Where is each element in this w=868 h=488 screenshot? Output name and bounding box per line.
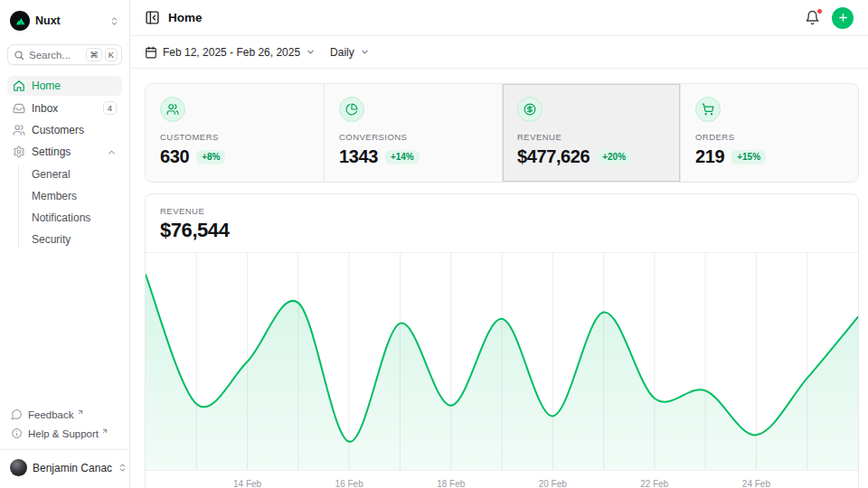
plus-icon <box>837 12 849 23</box>
stat-label: CUSTOMERS <box>160 132 309 142</box>
period-label: Daily <box>330 46 354 59</box>
stat-card-revenue[interactable]: REVENUE $477,626 +20% <box>502 84 680 182</box>
sidebar-item-security[interactable]: Security <box>7 229 122 250</box>
stat-card-orders[interactable]: ORDERS 219 +15% <box>680 84 858 182</box>
subnav-tree-line <box>18 166 19 248</box>
external-link-icon <box>101 427 108 435</box>
users-icon <box>160 97 185 122</box>
x-axis-tick-label: 18 Feb <box>437 479 465 488</box>
user-menu[interactable]: Benjamin Canac <box>7 456 122 479</box>
chart-x-axis: 14 Feb16 Feb18 Feb20 Feb22 Feb24 Feb <box>146 470 858 488</box>
filter-bar: Feb 12, 2025 - Feb 26, 2025 Daily <box>130 36 868 69</box>
sidebar-item-settings[interactable]: Settings <box>7 142 122 162</box>
calendar-icon <box>145 46 157 59</box>
stat-value: 219 <box>695 146 724 167</box>
stat-delta-badge: +8% <box>196 150 225 164</box>
users-icon <box>13 124 25 136</box>
stat-card-conversions[interactable]: CONVERSIONS 1343 +14% <box>324 84 502 182</box>
chart-pie-icon <box>339 97 364 122</box>
inbox-icon <box>13 102 25 115</box>
circle-dollar-icon <box>517 97 542 122</box>
date-range-label: Feb 12, 2025 - Feb 26, 2025 <box>163 46 300 59</box>
add-button[interactable] <box>832 7 854 29</box>
x-axis-tick-label: 14 Feb <box>233 479 261 488</box>
search-placeholder: Search... <box>29 50 81 61</box>
feedback-link[interactable]: Feedback <box>7 405 122 424</box>
main-area: Home Feb 12, 2 <box>130 0 868 488</box>
info-circle-icon <box>11 427 23 439</box>
sidebar-item-customers[interactable]: Customers <box>7 120 122 140</box>
sidebar-nav: Home Inbox 4 Customers Settings <box>7 76 122 250</box>
x-axis-tick-label: 22 Feb <box>640 479 668 488</box>
period-select[interactable]: Daily <box>330 46 370 59</box>
stat-value: 1343 <box>339 146 378 167</box>
sidebar-item-notifications[interactable]: Notifications <box>7 207 122 229</box>
x-axis-tick-label: 16 Feb <box>335 479 363 488</box>
sidebar: Nuxt Search... ⌘ K Home <box>0 0 130 488</box>
stat-card-customers[interactable]: CUSTOMERS 630 +8% <box>146 84 324 182</box>
sidebar-item-members[interactable]: Members <box>7 185 122 207</box>
help-support-label: Help & Support <box>28 428 99 439</box>
stat-delta-badge: +20% <box>597 150 631 164</box>
workspace-switcher[interactable]: Nuxt <box>7 9 122 33</box>
gear-icon <box>13 145 25 158</box>
page-title: Home <box>168 11 203 24</box>
stat-label: CONVERSIONS <box>339 132 487 142</box>
shopping-cart-icon <box>695 97 721 122</box>
chevrons-up-down-icon <box>109 16 119 26</box>
notification-dot <box>816 8 823 14</box>
sidebar-divider <box>0 449 129 450</box>
sidebar-collapse-button[interactable] <box>145 10 160 25</box>
sidebar-item-label: Customers <box>32 124 117 136</box>
stat-delta-badge: +14% <box>385 150 420 164</box>
workspace-name: Nuxt <box>35 14 104 27</box>
chevron-up-icon <box>107 147 117 157</box>
chart-plot-area[interactable] <box>146 252 858 470</box>
notifications-button[interactable] <box>805 10 820 25</box>
topbar-actions <box>805 7 854 29</box>
chat-bubble-icon <box>11 408 23 420</box>
help-support-link[interactable]: Help & Support <box>7 424 122 443</box>
kbd-cmd: ⌘ <box>86 48 102 61</box>
content: CUSTOMERS 630 +8% CONVERSIONS 1343 +14% <box>130 69 868 488</box>
stat-label: ORDERS <box>695 132 844 142</box>
search-input[interactable]: Search... ⌘ K <box>7 44 122 65</box>
avatar <box>10 459 27 476</box>
sidebar-spacer <box>7 250 122 405</box>
dashboard-app: Nuxt Search... ⌘ K Home <box>0 0 868 488</box>
chart-metric-label: REVENUE <box>160 206 844 216</box>
sidebar-item-label: Inbox <box>32 102 97 115</box>
topbar: Home <box>130 0 868 36</box>
kbd-k: K <box>105 48 118 61</box>
chevron-down-icon <box>360 47 370 57</box>
chevrons-up-down-icon <box>118 463 127 473</box>
chevron-down-icon <box>306 47 316 57</box>
sidebar-item-inbox[interactable]: Inbox 4 <box>7 98 122 118</box>
x-axis-tick-label: 20 Feb <box>539 479 567 488</box>
stat-delta-badge: +15% <box>731 150 766 164</box>
revenue-chart-svg <box>146 253 858 470</box>
stat-value: $477,626 <box>517 146 590 167</box>
chart-metric-value: $76,544 <box>160 219 844 242</box>
sidebar-item-label: Settings <box>32 145 100 158</box>
stats-row: CUSTOMERS 630 +8% CONVERSIONS 1343 +14% <box>145 83 859 183</box>
external-link-icon <box>77 408 84 416</box>
revenue-chart-card: REVENUE $76,544 14 Feb16 Feb18 Feb20 Feb… <box>145 193 859 488</box>
x-axis-tick-label: 24 Feb <box>742 479 770 488</box>
panel-left-close-icon <box>145 10 160 25</box>
date-range-picker[interactable]: Feb 12, 2025 - Feb 26, 2025 <box>145 46 316 59</box>
sidebar-item-label: Home <box>32 80 117 92</box>
user-name: Benjamin Canac <box>33 462 112 474</box>
search-shortcut: ⌘ K <box>86 48 118 61</box>
sidebar-item-home[interactable]: Home <box>7 76 122 96</box>
nuxt-logo-icon <box>10 11 30 31</box>
chart-header: REVENUE $76,544 <box>146 194 858 252</box>
stat-value: 630 <box>160 146 189 167</box>
stat-label: REVENUE <box>517 132 665 142</box>
settings-subnav: General Members Notifications Security <box>7 164 122 250</box>
feedback-label: Feedback <box>28 409 74 420</box>
sidebar-item-general[interactable]: General <box>7 164 122 185</box>
search-icon <box>14 50 24 61</box>
inbox-count-badge: 4 <box>103 101 117 115</box>
house-icon <box>13 80 25 92</box>
